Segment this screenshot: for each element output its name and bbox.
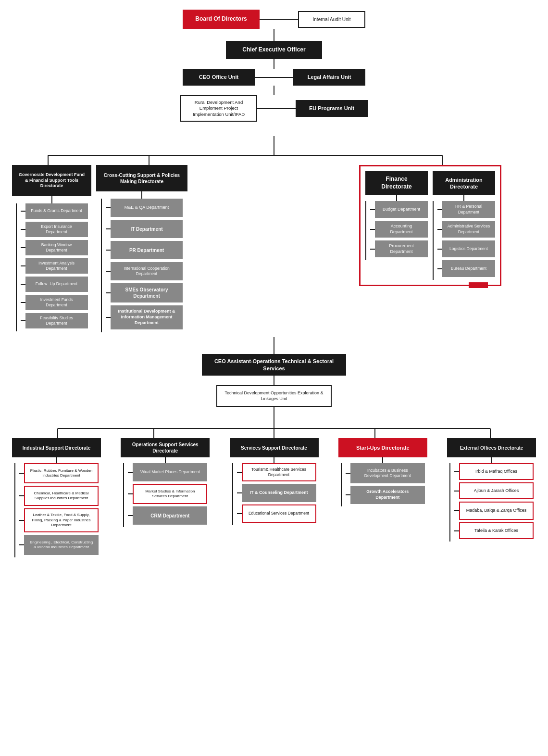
- cross-cutting: Cross-Cutting Support & Policies Making …: [96, 165, 187, 191]
- cross-cutting-section: Cross-Cutting Support & Policies Making …: [94, 165, 190, 332]
- external-offices: External Offices Directorate: [447, 438, 536, 457]
- investment-funds: Investment Funds Department: [25, 295, 88, 310]
- startups: Start-Ups Directorate: [338, 438, 427, 457]
- legal-affairs: Legal Affairs Unit: [293, 69, 365, 86]
- board-of-directors: Board Of Directors: [183, 10, 260, 29]
- funds-grants: Funds & Grants Department: [25, 203, 88, 219]
- ops-support-section: Operations Support Services Directorate …: [118, 438, 212, 527]
- industrial-support-section: Industrial Support Directorate Plastic, …: [10, 438, 103, 557]
- ops-support: Operations Support Services Directorate: [121, 438, 210, 457]
- ceo-assistant: CEO Assistant-Operations Technical & Sec…: [202, 354, 346, 376]
- services-support: Services Support Directorate: [230, 438, 319, 457]
- services-support-section: Services Support Directorate Tourism& He…: [227, 438, 321, 525]
- finance-dir: Finance Directorate: [365, 171, 428, 195]
- market-studies: Market Studies & Information Services De…: [133, 484, 207, 504]
- org-chart: Board Of Directors Internal Audit Unit C…: [0, 0, 548, 581]
- hr-personal: HR & Personal Department: [442, 201, 495, 218]
- ceo: Chief Executive Officer: [226, 41, 322, 59]
- me-qa: M&E & QA Department: [111, 199, 183, 217]
- budget: Budget Department: [375, 201, 428, 218]
- educational: Educational Services Department: [242, 504, 316, 523]
- admin-section: Administration Directorate HR & Personal…: [433, 171, 495, 280]
- gov-dev-fund: Governorate Development Fund & Financial…: [12, 165, 91, 196]
- investment-analysis: Investment Analysis Department: [25, 258, 88, 274]
- irbid-mafraq: Irbid & Mafraq Offices: [459, 463, 534, 480]
- export-insurance: Export Insurance Department: [25, 222, 88, 237]
- banking-window: Banking Window Department: [25, 240, 88, 255]
- finance-section: Finance Directorate Budget Department Ac…: [365, 171, 428, 260]
- plastic-rubber: Plastic, Rubber, Furniture & Wooden Indu…: [24, 463, 99, 483]
- finance-admin-container: Finance Directorate Budget Department Ac…: [322, 165, 538, 286]
- external-offices-section: External Offices Directorate Irbid & Maf…: [445, 438, 538, 542]
- ajloun-jarash: Ajloun & Jarash Offices: [459, 482, 534, 499]
- intl-coop: International Cooperation Department: [111, 262, 183, 280]
- ceo-office: CEO Office Unit: [183, 69, 255, 86]
- growth-accel: Growth Accelerators Department: [350, 486, 425, 504]
- admin-services: Administrative Services Department: [442, 221, 495, 238]
- internal-audit-unit: Internal Audit Unit: [298, 11, 365, 28]
- admin-dir: Administration Directorate: [433, 171, 495, 195]
- virtual-market: Vitual Market Places Department: [133, 463, 207, 481]
- eu-programs: EU Programs Unit: [296, 100, 368, 117]
- logistics: Logistics Department: [442, 240, 495, 257]
- follow-up: Follow -Up Department: [25, 277, 88, 292]
- gov-dev-fund-section: Governorate Development Fund & Financial…: [10, 165, 94, 331]
- procurement: Procurement Department: [375, 240, 428, 257]
- smes-obs: SMEs Observatory Department: [111, 283, 183, 302]
- feasibility-studies: Feasibility Studies Department: [25, 313, 88, 328]
- bureau: Bureau Department: [442, 260, 495, 277]
- incubators: Incubators & Business Development Depart…: [350, 463, 425, 483]
- engineering: Engineering , Electrical, Constructing &…: [24, 535, 99, 555]
- madaba-balqa: Madaba, Balqa & Zarqa Offices: [459, 502, 534, 520]
- inst-dev: Institutional Development & information …: [111, 305, 183, 329]
- crm: CRM Department: [133, 506, 207, 525]
- startups-section: Start-Ups Directorate Incubators & Busin…: [336, 438, 430, 506]
- rural-dev: Rural Development And Emploment Project …: [180, 95, 257, 122]
- it-dept: IT Department: [111, 220, 183, 238]
- chemical-healthcare: Chemical, Healthcare & Medical Supplies …: [24, 486, 99, 506]
- industrial-support: Industrial Support Directorate: [12, 438, 101, 457]
- tech-dev: Technical Development Opportunities Expl…: [216, 385, 332, 407]
- tourism-healthcare: Tourism& Healthcare Services Department: [242, 463, 316, 481]
- leather-textile: Leather & Textile, Food & Supply, Fillin…: [24, 508, 99, 532]
- pr-dept: PR Department: [111, 241, 183, 259]
- tafeila-karak: Tafeila & Karak Offices: [459, 522, 534, 539]
- it-counseling: IT & Counseling Department: [242, 484, 316, 502]
- accounting: Accounting Department: [375, 221, 428, 238]
